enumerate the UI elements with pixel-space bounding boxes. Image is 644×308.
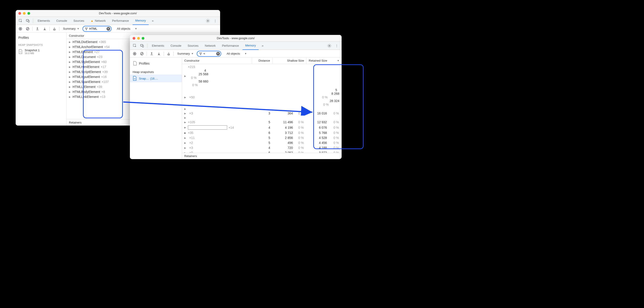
expand-triangle-icon[interactable]: ▶ [184,147,186,149]
expand-triangle-icon[interactable]: ▶ [184,96,186,98]
tab-memory[interactable]: Memory [132,17,149,25]
retained-value: 16 016 [306,112,329,115]
settings-icon[interactable] [205,18,211,24]
minimize-window-button[interactable] [137,37,140,40]
clear-icon[interactable] [139,51,145,57]
class-filter-input[interactable] [204,52,215,55]
tab-network[interactable]: ▲Network [88,17,108,25]
expand-triangle-icon[interactable]: ▶ [184,112,186,115]
inspect-element-icon[interactable] [18,18,24,24]
tab-performance[interactable]: Performance [109,17,132,25]
objects-filter-dropdown[interactable]: All objects [115,27,132,30]
maximize-window-button[interactable] [142,37,144,40]
view-dropdown[interactable]: Summary▼ [61,27,81,30]
upload-icon[interactable] [34,26,40,32]
panel-tabbar: Elements Console Sources Network Perform… [130,42,342,50]
minimize-window-button[interactable] [23,12,26,15]
gc-broom-icon[interactable] [52,26,57,32]
table-row[interactable]: ▶ ×50 5 8 268 0 % 28 324 0 % [182,88,342,107]
clear-filter-icon[interactable]: ✕ [216,52,220,56]
expand-triangle-icon[interactable]: ▶ [184,142,186,144]
expand-triangle-icon[interactable]: ▶ [69,96,71,98]
snapshot-name: Snapshot 1 [25,48,40,52]
tab-performance[interactable]: Performance [219,42,242,50]
device-toolbar-icon[interactable] [25,18,31,24]
expand-triangle-icon[interactable]: ▶ [69,61,71,63]
close-window-button[interactable] [18,12,21,15]
expand-triangle-icon[interactable]: ▶ [184,75,186,77]
gc-broom-icon[interactable] [166,51,172,57]
expand-triangle-icon[interactable]: ▶ [69,91,71,93]
download-icon[interactable] [156,51,162,57]
table-row[interactable]: ▶ ×105 5 11 496 0 % 12 932 0 % [182,120,342,125]
expand-triangle-icon[interactable]: ▶ [69,86,71,88]
objects-filter-dropdown[interactable]: All objects [225,52,242,55]
table-row[interactable]: ▶ ×3 3 364 0 % 16 016 0 % [182,111,342,116]
expand-triangle-icon[interactable]: ▶ [184,121,186,124]
tab-sources[interactable]: Sources [185,42,201,50]
close-window-button[interactable] [132,37,135,40]
expand-triangle-icon[interactable]: ▶ [69,56,71,58]
retained-value: 28 324 [319,99,342,103]
table-row[interactable]: ▶ ×2 5 496 0 % 4 456 0 % [182,140,342,145]
inspect-element-icon[interactable] [132,42,138,49]
table-row[interactable]: ▶ ×215 4 25 568 0 % 58 660 0 % [182,64,342,88]
clear-filter-icon[interactable]: ✕ [106,27,110,30]
more-tabs-icon[interactable]: » [150,18,156,24]
column-header-constructor[interactable]: Constructor [182,58,252,64]
class-filter[interactable]: ✕ [197,51,221,57]
table-row[interactable]: ▶ </span> <span class="count" style="col… [182,107,342,111]
chevron-down-icon[interactable]: ▼ [135,28,137,30]
upload-icon[interactable] [149,51,154,57]
tab-memory[interactable]: Memory [242,42,259,50]
download-icon[interactable] [42,26,48,32]
expand-triangle-icon[interactable]: ▶ [69,41,71,43]
chevron-down-icon[interactable]: ▼ [244,52,247,55]
table-row[interactable]: ▶ ×11 5 2 856 0 % 4 528 0 % [182,135,342,140]
table-row[interactable]: ▶ ×35 6 3 712 0 % 5 768 0 % [182,130,342,135]
retainers-footer[interactable]: Retainers [182,153,342,159]
device-toolbar-icon[interactable] [139,42,145,49]
table-row[interactable]: ▶ ×9 6 2 052 0 % 3 972 0 % [182,150,342,153]
expand-triangle-icon[interactable]: ▶ [69,81,71,83]
column-header-distance[interactable]: Distance [252,58,272,64]
tab-console[interactable]: Console [54,17,70,25]
expand-triangle-icon[interactable]: ▶ [69,46,71,48]
clear-icon[interactable] [25,26,30,32]
expand-triangle-icon[interactable]: ▶ [184,137,186,139]
tab-sources[interactable]: Sources [71,17,87,25]
settings-icon[interactable] [326,42,332,49]
expand-triangle-icon[interactable]: ▶ [184,108,186,110]
expand-triangle-icon[interactable]: ▶ [69,71,71,73]
record-icon[interactable] [132,51,138,57]
expand-triangle-icon[interactable]: ▶ [69,76,71,78]
expand-triangle-icon[interactable]: ▶ [184,126,186,129]
snapshot-item[interactable]: % Snap… (18.… [130,74,182,82]
column-header-retained[interactable]: Retained Size▼ [306,58,342,64]
class-filter[interactable]: ✕ [82,26,112,32]
expand-triangle-icon[interactable]: ▶ [184,116,186,119]
separator [147,52,147,56]
shallow-pct: 0 % [295,141,306,144]
table-row[interactable]: ▶ ×14 4 4 196 0 % 6 076 0 % [182,125,342,130]
kebab-menu-icon[interactable]: ⋮ [334,42,340,49]
more-tabs-icon[interactable]: » [260,42,266,49]
tab-network[interactable]: Network [202,42,218,50]
table-row[interactable]: ▶ ×3 4 720 0 % 4 188 0 % [182,145,342,150]
snapshot-item[interactable]: % Snapshot 1 16.0 MB [16,47,66,56]
class-filter-input[interactable] [89,27,105,30]
expand-triangle-icon[interactable]: ▶ [69,66,71,68]
tab-elements[interactable]: Elements [149,42,167,50]
kebab-menu-icon[interactable]: ⋮ [212,18,218,24]
maximize-window-button[interactable] [28,12,30,15]
expand-triangle-icon[interactable]: ▶ [69,51,71,53]
tab-console[interactable]: Console [168,42,184,50]
record-icon[interactable] [18,26,23,32]
retained-pct: 0 % [329,146,342,150]
column-header-shallow[interactable]: Shallow Size [272,58,306,64]
tab-elements[interactable]: Elements [35,17,52,25]
constructor-count: ×39 [102,70,108,74]
view-dropdown[interactable]: Summary▼ [176,52,196,55]
snapshot-size: (18.… [150,77,158,80]
table-row[interactable]: ▶ </span> <span class="count" style="col… [182,116,342,120]
